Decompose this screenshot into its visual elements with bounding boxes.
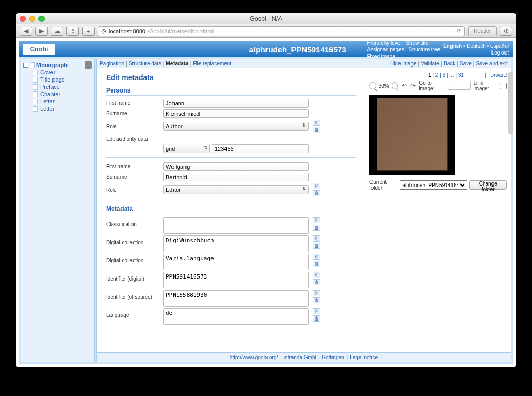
zoom-out-icon[interactable] [369,82,376,89]
showtitle-link[interactable]: Show title [406,40,428,46]
back-button[interactable]: ◀ [20,27,32,36]
rotate-right-icon[interactable]: ↷ [410,82,416,89]
delete-icon[interactable]: 🗑 [313,315,320,322]
app-header: Goobi alphrudeh_PPN591416573 Hierarchy l… [19,42,513,57]
app-footer: http://www.goobi.org/| intranda GmbH, Gö… [96,353,511,362]
role-select-2[interactable]: Editor [163,185,309,194]
tree-item[interactable]: Title page [40,76,65,83]
validate-link[interactable]: Validate [421,61,439,67]
scrollbar[interactable] [508,72,513,355]
assigned-link[interactable]: Assigned pages [367,47,404,52]
copy-icon[interactable]: ⎘ [313,308,320,314]
logout-link[interactable]: Log out [491,50,509,56]
copy-icon[interactable]: ⎘ [313,290,320,296]
page-1[interactable]: 1 [428,72,431,78]
save-link[interactable]: Save [460,61,472,67]
delete-icon[interactable]: 🗑 [313,225,320,231]
delete-icon[interactable]: 🗑 [313,127,320,133]
add-button[interactable]: + [82,27,95,36]
surname-input-2[interactable] [163,173,309,181]
collapse-icon[interactable]: − [23,63,28,68]
rotate-left-icon[interactable]: ↶ [401,82,407,89]
lang-en[interactable]: English [443,43,462,49]
tab-file-replacement[interactable]: File replacement [193,61,231,67]
firstname-input-1[interactable] [163,99,309,108]
hide-image-link[interactable]: Hide image [390,61,417,67]
delete-icon[interactable]: 🗑 [313,190,320,196]
tab-metadata[interactable]: Metadata [166,61,188,67]
tree-root[interactable]: Monograph [36,62,68,68]
tree-item[interactable]: Preface [40,84,60,90]
copy-icon[interactable]: ⎘ [313,183,320,189]
lang-es[interactable]: español [490,43,509,49]
copy-icon[interactable]: ⎘ [313,235,320,242]
copy-icon[interactable]: ⎘ [313,272,320,278]
linkimg-checkbox[interactable] [500,83,507,89]
copy-icon[interactable]: ⎘ [313,254,320,260]
footer-org: intranda GmbH, Göttingen [284,354,344,360]
url-host: localhost:8080 [109,28,145,34]
language-label: Language [106,308,163,318]
digcoll-input-2[interactable]: Varia.language [163,254,309,270]
tab-structure-data[interactable]: Structure data [129,61,162,67]
folder-label: Current folder: [369,179,397,191]
image-preview[interactable] [369,95,455,175]
delete-icon[interactable]: 🗑 [313,261,320,267]
structure-sidebar: − Monograph Cover Title page Preface Cha… [21,59,95,362]
tree-item[interactable]: Letter [40,98,55,104]
tree-item[interactable]: Chapter [40,91,60,97]
zoom-in-icon[interactable] [392,82,398,89]
page-last[interactable]: 31 [458,72,464,78]
app-title: alphrudeh_PPN591416573 [249,45,347,54]
downloads-button[interactable]: ⊕ [500,27,512,36]
copy-icon[interactable]: ⎘ [313,120,320,126]
reader-button[interactable]: Reader [468,26,497,36]
save-exit-link[interactable]: Save and exit [476,61,508,67]
authority-type-select[interactable]: gnd [163,144,210,153]
reload-icon[interactable]: ⟳ [457,28,461,34]
classification-input[interactable] [163,217,309,234]
back-link[interactable]: Back [444,61,455,67]
idsrc-input[interactable]: PPN155881930 [163,290,309,307]
delete-icon[interactable]: 🗑 [313,243,320,249]
url-bar[interactable]: ◎ localhost:8080/Goobi/ui/metseditor.xht… [98,26,465,36]
lang-de[interactable]: Deutsch [467,43,486,49]
role-label: Role [106,124,163,129]
tab-pagination[interactable]: Pagination [100,61,124,67]
app-logo[interactable]: Goobi [23,44,55,55]
surname-input-1[interactable] [163,109,309,118]
iddig-input[interactable]: PPN591416573 [163,272,309,288]
language-input[interactable]: de [163,308,309,325]
footer-url[interactable]: http://www.goobi.org/ [230,354,278,360]
delete-icon[interactable]: 🗑 [313,279,320,285]
structure-link[interactable]: Structure tree [408,47,440,52]
folder-select[interactable]: alphrudeh_PPN591416573_med [400,180,467,190]
authority-heading: Edit authority data [106,136,356,142]
footer-legal[interactable]: Legal notice [350,354,378,360]
page-3[interactable]: 3 [443,72,446,78]
tab-bar: Pagination| Structure data| Metadata| Fi… [96,59,511,68]
page-2[interactable]: 2 [435,72,438,78]
share-button[interactable]: ⇪ [66,27,79,36]
delete-icon[interactable]: 🗑 [313,297,320,303]
header-links: Hierarchy level Show title Assigned page… [367,39,443,60]
hierarchy-link[interactable]: Hierarchy level [367,40,401,46]
tree-item[interactable]: Cover [40,69,55,75]
forward-link[interactable]: Forward [487,72,507,78]
digcoll-input-1[interactable]: DigiWunschbuch [163,235,309,252]
page-ellipsis: ... [449,72,454,78]
firstname-input-2[interactable] [163,162,309,171]
change-folder-button[interactable]: Change folder [469,180,507,190]
goto-input[interactable] [448,82,471,90]
goto-label: Go to image: [419,80,445,91]
authority-value-input[interactable] [212,144,309,153]
tree-item[interactable]: Letter [40,105,55,112]
window-title: Goobi - N/A [16,15,516,22]
doc-icon [33,99,38,104]
shield-icon[interactable] [85,61,92,69]
icloud-button[interactable]: ☁ [51,27,63,36]
role-select-1[interactable]: Author [163,122,309,131]
url-path: /Goobi/ui/metseditor.xhtml [148,28,214,34]
copy-icon[interactable]: ⎘ [313,217,320,223]
forward-button[interactable]: ▶ [35,27,48,36]
